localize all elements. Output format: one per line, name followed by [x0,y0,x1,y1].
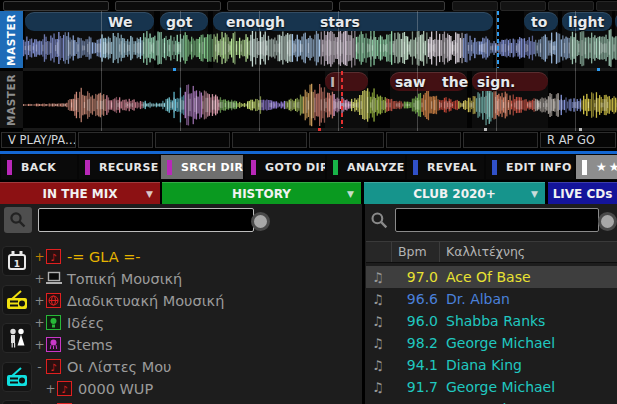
lyric-word: enough [226,14,285,30]
calendar-icon[interactable]: 1 [2,246,32,276]
mapping-slot[interactable]: R AP GO [540,132,616,148]
chevron-down-icon[interactable]: ▼ [146,189,153,199]
mapping-slot[interactable] [232,132,307,148]
track-artist: Dr. Alban [446,291,510,307]
lyric-word: sign. [477,74,515,90]
deck-2-master-tab[interactable]: MASTER [0,71,23,128]
svg-text:♪: ♪ [50,362,56,373]
radio-yellow-icon[interactable] [2,285,32,315]
track-bpm: 97.0 [392,269,438,285]
hotcue-slot[interactable] [3,1,109,11]
tab-in-the-mix[interactable]: IN THE MIX▼ [0,182,160,204]
track-artist: Shabba Ranks [446,313,545,329]
button-recurse[interactable]: RECURSE [79,155,159,179]
tree-expander[interactable]: + [34,272,45,286]
search-icon [370,211,389,234]
tree-expander[interactable]: + [45,382,56,396]
hotcue-slot[interactable] [339,1,445,11]
button-back[interactable]: BACK [1,155,77,179]
button-color-bar [413,160,418,175]
folder-laptop-icon [45,271,62,286]
button-label: REVEAL [427,161,477,174]
search-icon[interactable] [4,207,32,233]
button-reveal[interactable]: REVEAL [407,155,484,179]
hotcue-slot[interactable] [548,1,594,11]
deck-1-master-label: MASTER [6,13,18,65]
tree-expander[interactable]: + [34,316,45,330]
tree-expander[interactable]: + [34,338,45,352]
tree-item-label: Διαδικτυακή Μουσική [67,293,224,309]
tree-item[interactable]: +Ιδέες [34,312,104,333]
dj-app-window: MASTER Wegotenoughstarstolightthe MASTER… [0,0,617,404]
tree-expander[interactable]: + [34,250,45,264]
partial-icon[interactable] [2,400,32,404]
folder-search-input[interactable] [38,208,254,232]
folder-playlist-icon: ♪ [45,249,62,264]
lyric-word: saw [395,74,426,90]
tree-item[interactable]: +♪0010 In The Mix [45,400,194,404]
tab-club-2020-[interactable]: CLUB 2020+▼ [364,182,545,204]
track-row[interactable]: ♫97.0Ace Of Base [366,266,617,288]
track-search-input[interactable] [395,208,599,232]
button-goto-dir[interactable]: GOTO DIR [245,155,325,179]
search-option-button[interactable] [251,212,270,231]
hotcue-slot[interactable] [596,1,617,11]
mapping-slot[interactable] [155,132,230,148]
tree-item[interactable]: -♪Οι Λίστες Μου [34,356,171,377]
button-edit-info[interactable]: EDIT INFO [486,155,574,179]
tab-history[interactable]: HISTORY▼ [162,182,361,204]
tree-item[interactable]: +Τοπική Μουσική [34,268,182,289]
track-table-header: Bpm Καλλιτέχνης [366,241,617,263]
rating-stars-button[interactable]: ★★★★ [576,155,617,179]
column-icon[interactable] [366,242,392,262]
mapping-slot[interactable]: V PLAY/PA… [1,132,76,148]
music-note-icon: ♫ [372,292,392,307]
tab-label: IN THE MIX [43,187,118,201]
track-row[interactable]: ♫96.6Dr. Alban [366,288,617,310]
mapping-slot[interactable] [309,132,384,148]
deck-1: MASTER Wegotenoughstarstolightthe [0,11,617,68]
hotcue-slot[interactable] [452,1,498,11]
track-row[interactable]: ♫91.7George Michael [366,376,617,398]
column-bpm[interactable]: Bpm [392,242,440,262]
column-artist[interactable]: Καλλιτέχνης [440,242,617,262]
music-note-icon: ♫ [372,380,392,395]
track-row[interactable]: ♫94.1Diana King [366,354,617,376]
tab-live-cds[interactable]: LIVE CDs [548,182,617,204]
chevron-down-icon[interactable]: ▼ [531,189,538,199]
mapping-slot[interactable] [386,132,461,148]
folder-idea-icon [45,315,62,330]
deck-1-waveform[interactable]: Wegotenoughstarstolightthe [23,11,617,68]
track-artist: George Michael [446,335,555,351]
search-option-button[interactable] [598,212,617,231]
button-analyze[interactable]: ANALYZE [327,155,405,179]
mapping-slot[interactable] [78,132,153,148]
track-bpm: 94.1 [392,357,438,373]
folder-playlist-icon: ♪ [45,359,62,374]
hotcue-slot[interactable] [500,1,546,11]
hotcue-slot[interactable] [115,1,221,11]
tree-item[interactable]: +Διαδικτυακή Μουσική [34,290,224,311]
track-row[interactable]: ♫96.0Shabba Ranks [366,310,617,332]
track-row[interactable]: ♫98.2George Michael [366,332,617,354]
tree-expander[interactable]: - [34,360,45,374]
radio-cyan-icon[interactable] [2,362,32,392]
mapping-slot-row: V PLAY/PA…R AP GO [0,131,617,151]
tree-item-label: Οι Λίστες Μου [67,359,171,375]
tree-item[interactable]: +Stems [34,334,113,355]
mapping-slot[interactable] [463,132,538,148]
button-color-bar [85,160,90,175]
tree-item[interactable]: +♪-= GLA =- [34,246,141,267]
deck-2-waveform[interactable]: Isawthesign. [23,71,617,128]
chevron-down-icon[interactable]: ▼ [347,189,354,199]
deck-1-master-tab[interactable]: MASTER [0,11,23,68]
track-bpm: 96.0 [392,313,438,329]
music-note-icon: ♫ [372,336,392,351]
track-row[interactable]: ♫110New Order [366,398,617,404]
tree-item[interactable]: +♪0000 WUP [45,378,153,399]
hotcue-slot[interactable] [227,1,333,11]
tree-expander[interactable]: + [34,294,45,308]
button-srch-dir[interactable]: SRCH DIR [161,155,243,179]
wedding-couple-icon[interactable] [2,323,32,353]
folder-playlist-icon: ♪ [56,381,73,396]
